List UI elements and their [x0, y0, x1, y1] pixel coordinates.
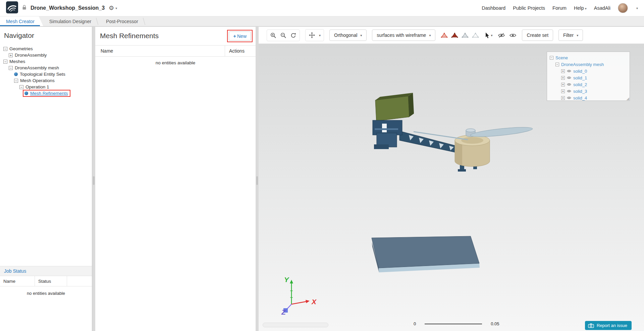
eye-icon[interactable]	[567, 89, 571, 93]
tree-item-operation-1[interactable]: − Operation 1	[0, 84, 92, 90]
mesh-quality-dark-red-icon[interactable]	[451, 32, 458, 38]
tab-mesh-creator[interactable]: Mesh Creator	[0, 16, 43, 26]
chevron-down-icon: ▾	[585, 7, 587, 10]
tab-post-processor[interactable]: Post-Processor	[100, 16, 147, 26]
render-mode-dropdown[interactable]: surfaces with wireframe ▾	[372, 29, 435, 41]
visibility-controls	[498, 32, 517, 38]
nav-help[interactable]: Help▾	[574, 5, 587, 11]
filter-dropdown[interactable]: Filter ▾	[558, 29, 583, 41]
expand-icon[interactable]: +	[561, 69, 565, 73]
collapse-icon[interactable]: −	[9, 66, 13, 70]
mesh-quality-gray-icon[interactable]	[462, 32, 469, 38]
mesh-quality-red-icon[interactable]	[441, 32, 448, 38]
job-status-empty-text: no entities available	[0, 286, 92, 300]
nav-forum[interactable]: Forum	[552, 5, 567, 11]
projection-dropdown[interactable]: Orthogonal ▾	[329, 29, 367, 41]
chevron-down-icon: ▾	[115, 6, 117, 10]
resize-grip-icon[interactable]: ◢	[627, 96, 629, 101]
plus-icon: +	[233, 33, 236, 39]
column-header-status: Status	[35, 276, 67, 286]
collapse-icon[interactable]: −	[3, 47, 7, 51]
column-header-empty	[67, 276, 92, 286]
main-content: Navigator − Geometries + DroneAssembly −…	[0, 27, 644, 331]
gear-icon: ⚙	[109, 4, 114, 12]
tree-item-droneassembly[interactable]: + DroneAssembly	[0, 52, 92, 58]
expand-icon[interactable]: +	[561, 89, 565, 93]
collapse-icon[interactable]: −	[550, 56, 553, 60]
battery-box	[375, 93, 414, 121]
eye-icon[interactable]	[567, 83, 571, 86]
reset-view-icon[interactable]	[290, 32, 297, 39]
avatar[interactable]	[618, 3, 628, 13]
node-icon	[14, 72, 18, 76]
scale-max-label: 0.05	[491, 321, 499, 326]
eye-icon[interactable]	[567, 76, 571, 79]
app-header: Drone_Workshop_Session_3 ⚙ ▾ Dashboard P…	[0, 0, 644, 16]
scene-tree-solid-4[interactable]: + solid_4	[550, 94, 627, 101]
collapse-icon[interactable]: −	[3, 60, 7, 64]
navigator-panel: Navigator − Geometries + DroneAssembly −…	[0, 27, 92, 331]
column-header-actions: Actions	[225, 46, 256, 56]
tree-item-meshes[interactable]: − Meshes	[0, 58, 92, 65]
zoom-out-icon[interactable]	[280, 32, 286, 39]
project-settings-button[interactable]: ⚙ ▾	[109, 4, 117, 12]
x-axis-label: X	[311, 298, 317, 306]
pan-tool-button[interactable]: ▾	[305, 29, 324, 41]
3d-viewport-canvas[interactable]: − Scene − DroneAssembly mesh + solid_0 +…	[259, 44, 644, 331]
scene-tree-overlay: − Scene − DroneAssembly mesh + solid_0 +…	[547, 52, 630, 101]
scene-tree-mesh[interactable]: − DroneAssembly mesh	[550, 61, 627, 68]
panel-splitter[interactable]	[92, 27, 95, 331]
lock-icon	[22, 5, 26, 11]
tab-simulation-designer[interactable]: Simulation Designer	[43, 16, 100, 26]
username[interactable]: AsadAli	[594, 5, 610, 11]
scene-tree-solid-2[interactable]: + solid_2	[550, 81, 627, 88]
tree-item-topological-entity-sets[interactable]: Topological Entity Sets	[0, 71, 92, 77]
annotation-highlight: + New	[227, 30, 253, 42]
refinements-empty-text: no entities available	[95, 60, 256, 65]
eye-icon[interactable]	[567, 96, 571, 100]
viewport-scrollbar[interactable]	[263, 323, 328, 327]
chevron-down-icon: ▾	[429, 34, 431, 37]
collapse-icon[interactable]: −	[555, 63, 559, 66]
expand-icon[interactable]: +	[561, 76, 565, 80]
cursor-icon	[484, 32, 489, 39]
zoom-in-icon[interactable]	[270, 32, 276, 39]
panel-splitter[interactable]	[256, 27, 259, 331]
eye-icon[interactable]	[567, 69, 571, 73]
scene-tree-root[interactable]: − Scene	[550, 54, 627, 61]
mesh-quality-icons	[441, 32, 479, 38]
navigator-title: Navigator	[0, 27, 92, 41]
tree-item-geometries[interactable]: − Geometries	[0, 46, 92, 52]
expand-icon[interactable]: +	[561, 83, 565, 86]
new-refinement-button[interactable]: + New	[229, 31, 251, 41]
viewport-panel: ▾ Orthogonal ▾ surfaces with wireframe ▾	[259, 27, 644, 331]
collapse-icon[interactable]: −	[19, 85, 23, 89]
simscale-logo[interactable]	[6, 1, 18, 15]
nav-public-projects[interactable]: Public Projects	[513, 5, 545, 11]
chevron-down-icon: ▾	[577, 34, 578, 37]
scene-tree-solid-3[interactable]: + solid_3	[550, 88, 627, 94]
scale-bar: 0 0.05	[414, 321, 499, 326]
collapse-icon[interactable]: −	[14, 79, 18, 83]
project-title: Drone_Workshop_Session_3	[31, 5, 105, 11]
expand-icon[interactable]: +	[9, 53, 13, 57]
nav-dashboard[interactable]: Dashboard	[482, 5, 505, 11]
scene-tree-solid-1[interactable]: + solid_1	[550, 74, 627, 81]
expand-icon[interactable]: +	[561, 96, 565, 100]
node-icon	[24, 91, 28, 95]
show-all-icon[interactable]	[509, 32, 517, 38]
report-issue-button[interactable]: Report an issue	[585, 321, 632, 330]
job-status-table-header: Name Status	[0, 276, 92, 286]
zoom-group	[267, 29, 300, 41]
tree-item-mesh-refinements[interactable]: Mesh Refinements	[0, 90, 92, 96]
create-set-button[interactable]: Create set	[522, 29, 553, 41]
mesh-quality-outline-icon[interactable]	[472, 32, 479, 38]
column-header-name: Name	[0, 276, 35, 286]
scene-tree-solid-0[interactable]: + solid_0	[550, 68, 627, 74]
tree-item-mesh-operations[interactable]: − Mesh Operations	[0, 77, 92, 84]
hide-selection-icon[interactable]	[498, 32, 505, 38]
pan-icon	[309, 32, 315, 39]
tree-item-droneassembly-mesh[interactable]: − DroneAssembly mesh	[0, 65, 92, 71]
z-axis-label: Z	[281, 308, 286, 315]
select-tool-button[interactable]: ▾	[484, 32, 492, 39]
